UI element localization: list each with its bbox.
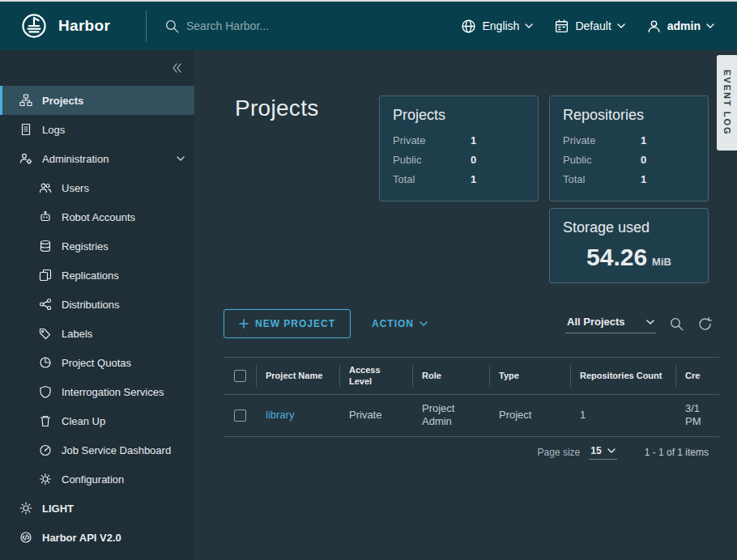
projects-toolbar: NEW PROJECT ACTION All Projects xyxy=(224,309,719,338)
sidebar-item-clean-up[interactable]: Clean Up xyxy=(0,406,194,435)
chevron-down-icon xyxy=(177,156,185,161)
sidebar-item-administration[interactable]: Administration xyxy=(0,144,194,173)
select-all-checkbox[interactable] xyxy=(234,370,246,382)
sidebar-item-theme-toggle[interactable]: LIGHT xyxy=(0,494,194,523)
row-select-cell xyxy=(224,395,256,437)
action-dropdown-button[interactable]: ACTION xyxy=(372,318,428,329)
stat-row: Total 1 xyxy=(563,170,695,189)
brand[interactable]: Harbor xyxy=(0,13,146,39)
table-row: library Private Project Admin Project 1 … xyxy=(224,395,719,438)
card-title: Repositories xyxy=(563,107,695,124)
summary-cards: Projects Private 1 Public 0 Total 1 xyxy=(379,95,709,283)
language-menu[interactable]: English xyxy=(461,19,533,34)
event-log-label: EVENT LOG xyxy=(722,70,732,136)
column-header[interactable]: Cre xyxy=(675,358,719,394)
global-search-input[interactable] xyxy=(186,19,429,32)
card-title: Projects xyxy=(393,107,525,124)
refresh-button[interactable] xyxy=(697,316,713,332)
sidebar-item-distributions[interactable]: Distributions xyxy=(0,290,194,319)
page-size-select[interactable]: 15 xyxy=(589,444,616,460)
sidebar-item-label: Registries xyxy=(62,240,109,252)
sidebar-item-interrogation-services[interactable]: Interrogation Services xyxy=(0,377,194,406)
shield-icon xyxy=(39,385,52,398)
event-log-tab[interactable]: EVENT LOG xyxy=(717,55,737,151)
sidebar-item-label: Administration xyxy=(42,153,109,165)
sidebar-collapse[interactable] xyxy=(0,50,194,86)
labels-icon xyxy=(39,327,52,340)
scope-menu[interactable]: Default xyxy=(554,19,624,34)
stat-row: Private 1 xyxy=(393,131,525,151)
repositories-count-cell: 1 xyxy=(570,395,675,437)
main-content: EVENT LOG Projects Projects Private 1 Pu… xyxy=(194,50,737,560)
card-title: Storage used xyxy=(563,219,695,236)
user-icon xyxy=(646,19,662,34)
chevron-down-icon xyxy=(617,23,625,28)
storage-summary-card: Storage used 54.26 MiB xyxy=(549,208,709,283)
projects-table: Project Name Access Level Role Type Repo… xyxy=(224,357,719,468)
chevron-down-icon xyxy=(706,23,714,28)
distributions-icon xyxy=(39,298,52,311)
gear-icon xyxy=(39,473,52,486)
sidebar-item-projects[interactable]: Projects xyxy=(0,86,194,115)
robot-icon xyxy=(39,210,52,223)
sidebar-item-label: Robot Accounts xyxy=(62,211,135,223)
chevron-down-icon xyxy=(607,448,616,453)
user-menu[interactable]: admin xyxy=(646,19,714,34)
sidebar-item-label: Clean Up xyxy=(62,415,105,427)
user-label: admin xyxy=(667,19,701,32)
project-name-link[interactable]: library xyxy=(266,409,294,422)
new-project-button[interactable]: NEW PROJECT xyxy=(224,309,351,338)
sidebar: Projects Logs Administration xyxy=(0,50,194,560)
sidebar-item-label: Distributions xyxy=(62,299,120,311)
header-search xyxy=(147,19,461,34)
chevron-down-icon xyxy=(646,320,654,325)
sidebar-item-replications[interactable]: Replications xyxy=(0,261,194,290)
plus-icon xyxy=(239,319,249,329)
sun-icon xyxy=(19,502,32,515)
logs-icon xyxy=(19,123,32,136)
registries-icon xyxy=(39,240,52,252)
sidebar-item-label: Users xyxy=(62,182,89,194)
chevron-down-icon xyxy=(420,321,428,326)
app-header: Harbor English Default admin xyxy=(0,2,737,50)
replications-icon xyxy=(39,269,52,282)
users-icon xyxy=(39,181,52,194)
column-header[interactable]: Repositories Count xyxy=(570,358,675,394)
items-summary: 1 - 1 of 1 items xyxy=(645,447,709,458)
column-header[interactable]: Type xyxy=(489,358,570,394)
search-icon xyxy=(164,19,180,34)
sidebar-item-label: Configuration xyxy=(62,473,124,486)
table-search-button[interactable] xyxy=(669,316,684,332)
sidebar-item-configuration[interactable]: Configuration xyxy=(0,465,194,494)
stat-row: Total 1 xyxy=(393,170,525,189)
chevron-down-icon xyxy=(525,23,533,28)
sidebar-item-logs[interactable]: Logs xyxy=(0,115,194,144)
sidebar-item-users[interactable]: Users xyxy=(0,173,194,202)
column-header[interactable]: Access Level xyxy=(339,358,412,394)
sidebar-item-harbor-api[interactable]: Harbor API V2.0 xyxy=(0,523,194,552)
repositories-summary-card: Repositories Private 1 Public 0 Total 1 xyxy=(549,95,709,202)
type-cell: Project xyxy=(489,395,570,437)
column-header[interactable]: Project Name xyxy=(256,358,339,394)
column-header[interactable]: Role xyxy=(412,358,489,394)
sidebar-item-label: Project Quotas xyxy=(62,357,131,369)
scope-label: Default xyxy=(575,19,611,32)
table-footer: Page size 15 1 - 1 of 1 items xyxy=(224,437,719,468)
sidebar-item-labels[interactable]: Labels xyxy=(0,319,194,348)
page-title: Projects xyxy=(235,95,379,283)
sidebar-item-label: Logs xyxy=(42,124,65,136)
sidebar-item-project-quotas[interactable]: Project Quotas xyxy=(0,348,194,377)
row-checkbox[interactable] xyxy=(234,409,246,422)
storage-value: 54.26 xyxy=(586,244,647,271)
project-scope-filter[interactable]: All Projects xyxy=(565,314,656,333)
sidebar-item-robot-accounts[interactable]: Robot Accounts xyxy=(0,202,194,231)
sidebar-item-label: Interrogation Services xyxy=(62,386,164,398)
administration-icon xyxy=(19,152,32,165)
globe-icon xyxy=(461,19,476,34)
projects-icon xyxy=(19,94,32,107)
search-icon xyxy=(669,316,684,332)
sidebar-item-job-service-dashboard[interactable]: Job Service Dashboard xyxy=(0,435,194,465)
role-cell: Project Admin xyxy=(412,395,489,437)
sidebar-item-registries[interactable]: Registries xyxy=(0,231,194,261)
sidebar-item-label: Labels xyxy=(62,328,92,340)
